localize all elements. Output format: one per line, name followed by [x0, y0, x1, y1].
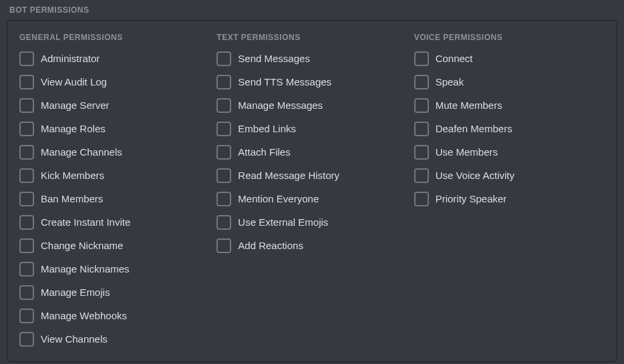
perm-use-voice-activity[interactable]: Use Voice Activity: [414, 168, 605, 183]
general-permissions-list: Administrator View Audit Log Manage Serv…: [19, 51, 210, 347]
perm-create-instant-invite[interactable]: Create Instant Invite: [19, 215, 210, 230]
voice-permissions-list: Connect Speak Mute Members Deafen Member…: [414, 51, 605, 206]
perm-manage-nicknames[interactable]: Manage Nicknames: [19, 262, 210, 277]
checkbox-icon[interactable]: [414, 75, 429, 89]
checkbox-icon[interactable]: [19, 262, 34, 277]
checkbox-icon[interactable]: [19, 309, 34, 323]
perm-use-external-emojis[interactable]: Use External Emojis: [216, 215, 407, 230]
checkbox-icon[interactable]: [414, 51, 429, 66]
perm-ban-members[interactable]: Ban Members: [19, 192, 210, 206]
perm-view-audit-log[interactable]: View Audit Log: [19, 75, 210, 89]
perm-label: Manage Server: [41, 100, 110, 112]
checkbox-icon[interactable]: [19, 122, 34, 136]
perm-send-tts-messages[interactable]: Send TTS Messages: [216, 75, 407, 89]
section-title: BOT PERMISSIONS: [0, 0, 624, 20]
checkbox-icon[interactable]: [216, 75, 231, 89]
perm-label: Use Voice Activity: [436, 170, 514, 182]
perm-label: Send TTS Messages: [238, 76, 331, 88]
text-permissions-header: TEXT PERMISSIONS: [216, 33, 407, 42]
checkbox-icon[interactable]: [19, 75, 34, 89]
perm-send-messages[interactable]: Send Messages: [216, 51, 407, 66]
perm-label: Manage Nicknames: [41, 263, 130, 275]
checkbox-icon[interactable]: [414, 122, 429, 136]
checkbox-icon[interactable]: [216, 238, 231, 253]
perm-label: Create Instant Invite: [41, 216, 130, 228]
checkbox-icon[interactable]: [19, 145, 34, 160]
checkbox-icon[interactable]: [414, 145, 429, 160]
perm-label: Connect: [436, 53, 473, 65]
checkbox-icon[interactable]: [216, 192, 231, 206]
perm-label: Read Message History: [238, 170, 339, 182]
perm-manage-webhooks[interactable]: Manage Webhooks: [19, 309, 210, 323]
checkbox-icon[interactable]: [414, 192, 429, 206]
checkbox-icon[interactable]: [414, 98, 429, 113]
perm-label: Add Reactions: [238, 240, 303, 252]
perm-priority-speaker[interactable]: Priority Speaker: [414, 192, 605, 206]
perm-label: Manage Channels: [41, 146, 122, 158]
checkbox-icon[interactable]: [216, 168, 231, 183]
permissions-columns: GENERAL PERMISSIONS Administrator View A…: [19, 33, 605, 347]
perm-add-reactions[interactable]: Add Reactions: [216, 238, 407, 253]
checkbox-icon[interactable]: [19, 168, 34, 183]
perm-speak[interactable]: Speak: [414, 75, 605, 89]
perm-label: Mute Members: [436, 100, 502, 112]
perm-manage-roles[interactable]: Manage Roles: [19, 122, 210, 136]
checkbox-icon[interactable]: [216, 98, 231, 113]
perm-label: Kick Members: [41, 170, 104, 182]
checkbox-icon[interactable]: [19, 51, 34, 66]
permissions-panel: GENERAL PERMISSIONS Administrator View A…: [7, 20, 617, 362]
perm-manage-messages[interactable]: Manage Messages: [216, 98, 407, 113]
checkbox-icon[interactable]: [414, 168, 429, 183]
perm-label: Manage Roles: [41, 123, 106, 135]
checkbox-icon[interactable]: [19, 192, 34, 206]
perm-kick-members[interactable]: Kick Members: [19, 168, 210, 183]
voice-permissions-column: VOICE PERMISSIONS Connect Speak Mute Mem…: [414, 33, 605, 347]
perm-label: View Audit Log: [41, 76, 107, 88]
perm-label: Send Messages: [238, 53, 310, 65]
perm-embed-links[interactable]: Embed Links: [216, 122, 407, 136]
checkbox-icon[interactable]: [216, 51, 231, 66]
text-permissions-column: TEXT PERMISSIONS Send Messages Send TTS …: [216, 33, 407, 347]
perm-read-message-history[interactable]: Read Message History: [216, 168, 407, 183]
checkbox-icon[interactable]: [19, 332, 34, 347]
perm-mention-everyone[interactable]: Mention Everyone: [216, 192, 407, 206]
perm-manage-channels[interactable]: Manage Channels: [19, 145, 210, 160]
perm-label: Manage Messages: [238, 100, 323, 112]
checkbox-icon[interactable]: [19, 98, 34, 113]
perm-label: Change Nickname: [41, 240, 123, 252]
checkbox-icon[interactable]: [19, 238, 34, 253]
perm-label: Administrator: [41, 53, 100, 65]
perm-label: View Channels: [41, 333, 108, 345]
perm-label: Embed Links: [238, 123, 296, 135]
perm-label: Manage Emojis: [41, 287, 110, 299]
checkbox-icon[interactable]: [216, 215, 231, 230]
perm-label: Priority Speaker: [436, 193, 507, 205]
perm-label: Ban Members: [41, 193, 103, 205]
general-permissions-header: GENERAL PERMISSIONS: [19, 33, 210, 42]
checkbox-icon[interactable]: [19, 215, 34, 230]
voice-permissions-header: VOICE PERMISSIONS: [414, 33, 605, 42]
perm-manage-server[interactable]: Manage Server: [19, 98, 210, 113]
perm-mute-members[interactable]: Mute Members: [414, 98, 605, 113]
checkbox-icon[interactable]: [19, 285, 34, 300]
perm-label: Use Members: [436, 146, 498, 158]
checkbox-icon[interactable]: [216, 145, 231, 160]
perm-label: Deafen Members: [436, 123, 512, 135]
perm-change-nickname[interactable]: Change Nickname: [19, 238, 210, 253]
perm-label: Attach Files: [238, 146, 290, 158]
perm-label: Use External Emojis: [238, 216, 328, 228]
perm-administrator[interactable]: Administrator: [19, 51, 210, 66]
perm-connect[interactable]: Connect: [414, 51, 605, 66]
checkbox-icon[interactable]: [216, 122, 231, 136]
general-permissions-column: GENERAL PERMISSIONS Administrator View A…: [19, 33, 210, 347]
perm-label: Speak: [436, 76, 464, 88]
perm-attach-files[interactable]: Attach Files: [216, 145, 407, 160]
text-permissions-list: Send Messages Send TTS Messages Manage M…: [216, 51, 407, 253]
perm-deafen-members[interactable]: Deafen Members: [414, 122, 605, 136]
perm-view-channels[interactable]: View Channels: [19, 332, 210, 347]
perm-use-members[interactable]: Use Members: [414, 145, 605, 160]
perm-manage-emojis[interactable]: Manage Emojis: [19, 285, 210, 300]
perm-label: Mention Everyone: [238, 193, 319, 205]
perm-label: Manage Webhooks: [41, 310, 127, 322]
